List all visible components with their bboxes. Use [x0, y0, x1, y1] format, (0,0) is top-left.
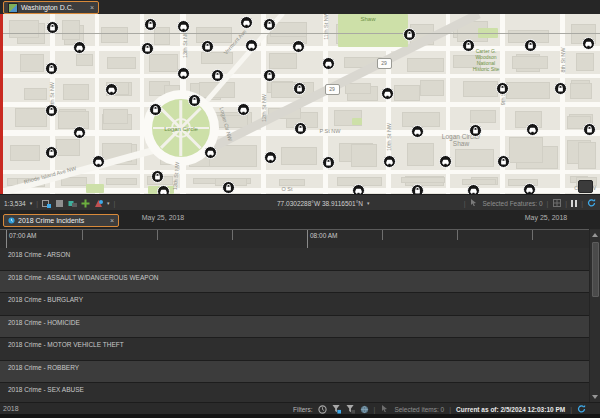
crime-marker-vehicle-icon[interactable] [92, 155, 105, 168]
timeline-row[interactable]: 2018 Crime - ROBBERY [0, 361, 589, 384]
building [576, 53, 594, 71]
street-label: O St [281, 186, 292, 192]
crime-marker-theft-lock-icon[interactable] [263, 18, 276, 31]
building [402, 112, 440, 127]
close-icon[interactable]: × [110, 217, 114, 224]
add-data-icon[interactable] [81, 199, 90, 208]
building [506, 82, 550, 99]
tab-2018-crime-incidents[interactable]: 2018 Crime Incidents × [3, 214, 119, 227]
crime-marker-theft-lock-icon[interactable] [294, 122, 307, 135]
crime-marker-theft-lock-icon[interactable] [45, 146, 58, 159]
timeline-row-label: 2018 Crime - ARSON [8, 251, 70, 258]
crime-marker-vehicle-icon[interactable] [439, 155, 452, 168]
crime-marker-vehicle-icon[interactable] [105, 83, 118, 96]
crime-marker-vehicle-icon[interactable] [523, 183, 536, 195]
crime-marker-theft-lock-icon[interactable] [554, 82, 567, 95]
building [196, 27, 232, 44]
crime-marker-vehicle-icon[interactable] [582, 37, 595, 50]
selected-items-icon [380, 405, 389, 414]
time-filter-icon[interactable] [318, 405, 327, 414]
crime-marker-theft-lock-icon[interactable] [583, 123, 596, 136]
crime-marker-vehicle-icon[interactable] [411, 125, 424, 138]
building [407, 58, 445, 72]
explore-tool-icon[interactable] [68, 199, 77, 208]
timeline-row[interactable]: 2018 Crime - ARSON [0, 248, 589, 271]
add-selection-icon[interactable] [42, 199, 51, 208]
crime-marker-vehicle-icon[interactable] [264, 151, 277, 164]
timeline-footer: 2018 Filters: | Selected items: 0 | Curr… [0, 402, 600, 414]
map-status-bar: 1:3,534 ▾ | ▾ | 77.0302288°W 38.9116501°… [0, 194, 600, 210]
crime-marker-vehicle-icon[interactable] [467, 184, 480, 195]
building [101, 27, 128, 43]
scale-value[interactable]: 1:3,534 [4, 200, 26, 207]
crime-marker-vehicle-icon[interactable] [73, 126, 86, 139]
map-canvas[interactable]: 292914th St NW13th St NW12th St NW11th S… [0, 14, 600, 194]
crime-marker-vehicle-icon[interactable] [352, 184, 365, 195]
grid-icon[interactable] [552, 199, 561, 208]
crime-marker-theft-lock-icon[interactable] [211, 69, 224, 82]
crime-marker-theft-lock-icon[interactable] [469, 124, 482, 137]
crime-marker-theft-lock-icon[interactable] [497, 155, 510, 168]
crime-marker-theft-lock-icon[interactable] [293, 82, 306, 95]
spatial-filter-icon[interactable] [360, 405, 369, 414]
coordinates-dropdown-icon[interactable]: ▾ [367, 200, 370, 206]
crime-marker-theft-lock-icon[interactable] [322, 156, 335, 169]
coordinates-readout: 77.0302288°W 38.9116501°N [277, 200, 363, 207]
crime-marker-theft-lock-icon[interactable] [45, 62, 58, 75]
crime-marker-theft-lock-icon[interactable] [462, 39, 475, 52]
crime-marker-vehicle-icon[interactable] [240, 16, 253, 29]
timeline-axis[interactable]: 07:00 AM08:00 AM [0, 229, 589, 248]
scale-dropdown-icon[interactable]: ▾ [30, 200, 33, 206]
crime-marker-theft-lock-icon[interactable] [496, 82, 509, 95]
crime-marker-vehicle-icon[interactable] [245, 39, 258, 52]
crime-marker-vehicle-icon[interactable] [383, 155, 396, 168]
refresh-icon[interactable] [587, 199, 596, 208]
crime-marker-theft-lock-icon[interactable] [46, 21, 59, 34]
crime-marker-theft-lock-icon[interactable] [411, 184, 424, 195]
crime-marker-theft-lock-icon[interactable] [524, 39, 537, 52]
crime-marker-vehicle-icon[interactable] [526, 123, 539, 136]
tools-dropdown-icon[interactable]: ▾ [107, 200, 110, 206]
timeline-row[interactable]: 2018 Crime - ASSAULT W/DANGEROUS WEAPON [0, 271, 589, 294]
timeline-row[interactable]: 2018 Crime - BURGLARY [0, 293, 589, 316]
crime-marker-theft-lock-icon[interactable] [149, 103, 162, 116]
pause-drawing-icon[interactable] [571, 200, 577, 207]
crime-marker-theft-lock-icon[interactable] [222, 181, 235, 194]
tab-washington-dc[interactable]: Washington D.C. × [3, 1, 99, 14]
crime-marker-theft-lock-icon[interactable] [263, 69, 276, 82]
crime-marker-theft-lock-icon[interactable] [188, 94, 201, 107]
timeline-scrollbar[interactable] [589, 229, 600, 402]
crime-marker-theft-lock-icon[interactable] [151, 170, 164, 183]
attribute-filter-icon[interactable] [332, 405, 341, 414]
timeline-row[interactable]: 2018 Crime - SEX ABUSE [0, 383, 589, 402]
crime-marker-theft-lock-icon[interactable] [403, 28, 416, 41]
building [420, 80, 444, 95]
scrollbar-thumb[interactable] [592, 242, 599, 297]
crime-marker-vehicle-icon[interactable] [157, 185, 170, 195]
crime-marker-vehicle-icon[interactable] [381, 87, 394, 100]
separator: | [581, 200, 583, 207]
crime-marker-theft-lock-icon[interactable] [45, 104, 58, 117]
crime-marker-theft-lock-icon[interactable] [141, 42, 154, 55]
timeline-row[interactable]: 2018 Crime - HOMICIDE [0, 316, 589, 339]
street-label: 10th St NW [386, 123, 392, 151]
crime-marker-theft-lock-icon[interactable] [144, 18, 157, 31]
map-overlay-icon [578, 180, 593, 193]
navigate-tool-icon[interactable] [94, 199, 103, 208]
crime-marker-vehicle-icon[interactable] [177, 20, 190, 33]
scroll-up-icon[interactable] [590, 229, 600, 240]
scroll-down-icon[interactable] [590, 391, 600, 402]
crime-marker-vehicle-icon[interactable] [237, 103, 250, 116]
crime-marker-theft-lock-icon[interactable] [201, 40, 214, 53]
crime-marker-vehicle-icon[interactable] [177, 67, 190, 80]
crime-marker-vehicle-icon[interactable] [204, 146, 217, 159]
clear-filter-icon[interactable] [346, 405, 355, 414]
crime-marker-vehicle-icon[interactable] [322, 57, 335, 70]
selection-square-icon[interactable] [55, 199, 64, 208]
crime-marker-vehicle-icon[interactable] [73, 41, 86, 54]
refresh-icon[interactable] [577, 405, 586, 414]
crime-marker-vehicle-icon[interactable] [292, 40, 305, 53]
timeline-row[interactable]: 2018 Crime - MOTOR VEHICLE THEFT [0, 338, 589, 361]
date-band-label: May 25, 2018 [142, 214, 184, 221]
close-icon[interactable]: × [90, 4, 94, 11]
